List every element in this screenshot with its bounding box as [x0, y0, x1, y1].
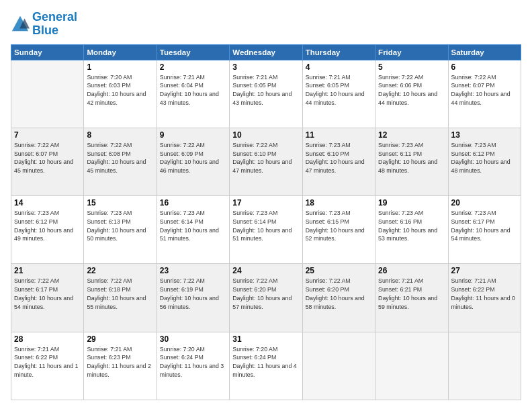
day-info: Sunrise: 7:23 AMSunset: 6:11 PMDaylight:… [378, 141, 445, 175]
week-row-3: 14Sunrise: 7:23 AMSunset: 6:12 PMDayligh… [11, 196, 521, 264]
calendar-cell: 20Sunrise: 7:23 AMSunset: 6:17 PMDayligh… [448, 196, 521, 264]
calendar-cell [448, 332, 521, 400]
day-number: 18 [306, 198, 372, 208]
calendar-cell: 31Sunrise: 7:20 AMSunset: 6:24 PMDayligh… [230, 332, 302, 400]
day-info: Sunrise: 7:23 AMSunset: 6:12 PMDaylight:… [14, 209, 81, 243]
day-info: Sunrise: 7:21 AMSunset: 6:23 PMDaylight:… [87, 345, 153, 379]
day-info: Sunrise: 7:20 AMSunset: 6:24 PMDaylight:… [160, 345, 226, 379]
day-number: 3 [232, 62, 299, 72]
day-info: Sunrise: 7:23 AMSunset: 6:17 PMDaylight:… [451, 209, 518, 243]
calendar-cell: 27Sunrise: 7:21 AMSunset: 6:22 PMDayligh… [448, 264, 521, 332]
calendar-cell: 6Sunrise: 7:22 AMSunset: 6:07 PMDaylight… [448, 60, 521, 128]
weekday-header-thursday: Thursday [302, 44, 375, 60]
calendar-cell: 7Sunrise: 7:22 AMSunset: 6:07 PMDaylight… [11, 128, 84, 195]
calendar-cell: 15Sunrise: 7:23 AMSunset: 6:13 PMDayligh… [84, 196, 157, 264]
calendar-cell: 9Sunrise: 7:22 AMSunset: 6:09 PMDaylight… [157, 128, 229, 195]
day-number: 1 [87, 62, 153, 72]
calendar-cell: 28Sunrise: 7:21 AMSunset: 6:22 PMDayligh… [11, 332, 84, 400]
day-info: Sunrise: 7:21 AMSunset: 6:22 PMDaylight:… [451, 277, 518, 311]
logo: General Blue [11, 11, 77, 38]
calendar-cell: 16Sunrise: 7:23 AMSunset: 6:14 PMDayligh… [157, 196, 229, 264]
week-row-1: 1Sunrise: 7:20 AMSunset: 6:03 PMDaylight… [11, 60, 521, 128]
header: General Blue [11, 11, 521, 38]
weekday-header-row: SundayMondayTuesdayWednesdayThursdayFrid… [11, 44, 521, 60]
day-info: Sunrise: 7:23 AMSunset: 6:15 PMDaylight:… [306, 209, 372, 243]
weekday-header-monday: Monday [84, 44, 157, 60]
calendar-cell: 8Sunrise: 7:22 AMSunset: 6:08 PMDaylight… [84, 128, 157, 195]
calendar-cell: 12Sunrise: 7:23 AMSunset: 6:11 PMDayligh… [375, 128, 448, 195]
day-number: 5 [378, 62, 445, 72]
day-number: 28 [14, 334, 81, 344]
day-number: 27 [451, 266, 518, 275]
calendar-cell: 30Sunrise: 7:20 AMSunset: 6:24 PMDayligh… [157, 332, 229, 400]
day-info: Sunrise: 7:23 AMSunset: 6:14 PMDaylight:… [232, 209, 299, 243]
day-info: Sunrise: 7:23 AMSunset: 6:10 PMDaylight:… [306, 141, 372, 175]
weekday-header-friday: Friday [375, 44, 448, 60]
calendar-cell: 24Sunrise: 7:22 AMSunset: 6:20 PMDayligh… [230, 264, 302, 332]
calendar-cell: 23Sunrise: 7:22 AMSunset: 6:19 PMDayligh… [157, 264, 229, 332]
day-info: Sunrise: 7:22 AMSunset: 6:20 PMDaylight:… [306, 277, 372, 311]
calendar-table: SundayMondayTuesdayWednesdayThursdayFrid… [11, 44, 521, 400]
day-number: 29 [87, 334, 153, 344]
calendar-cell: 22Sunrise: 7:22 AMSunset: 6:18 PMDayligh… [84, 264, 157, 332]
week-row-5: 28Sunrise: 7:21 AMSunset: 6:22 PMDayligh… [11, 332, 521, 400]
calendar-cell: 11Sunrise: 7:23 AMSunset: 6:10 PMDayligh… [302, 128, 375, 195]
day-info: Sunrise: 7:23 AMSunset: 6:12 PMDaylight:… [451, 141, 518, 175]
day-number: 13 [451, 130, 518, 140]
weekday-header-wednesday: Wednesday [230, 44, 302, 60]
calendar-cell: 29Sunrise: 7:21 AMSunset: 6:23 PMDayligh… [84, 332, 157, 400]
day-info: Sunrise: 7:22 AMSunset: 6:17 PMDaylight:… [14, 277, 81, 311]
day-info: Sunrise: 7:22 AMSunset: 6:08 PMDaylight:… [87, 141, 153, 175]
calendar-cell: 19Sunrise: 7:23 AMSunset: 6:16 PMDayligh… [375, 196, 448, 264]
day-info: Sunrise: 7:21 AMSunset: 6:22 PMDaylight:… [14, 345, 81, 379]
day-info: Sunrise: 7:22 AMSunset: 6:06 PMDaylight:… [378, 73, 445, 107]
day-number: 31 [232, 334, 299, 344]
day-info: Sunrise: 7:23 AMSunset: 6:14 PMDaylight:… [160, 209, 226, 243]
day-number: 16 [160, 198, 226, 208]
day-number: 15 [87, 198, 153, 208]
day-number: 24 [232, 266, 299, 275]
day-number: 2 [160, 62, 226, 72]
day-info: Sunrise: 7:22 AMSunset: 6:10 PMDaylight:… [232, 141, 299, 175]
logo-icon [11, 15, 30, 34]
calendar-cell: 14Sunrise: 7:23 AMSunset: 6:12 PMDayligh… [11, 196, 84, 264]
calendar-cell: 13Sunrise: 7:23 AMSunset: 6:12 PMDayligh… [448, 128, 521, 195]
day-info: Sunrise: 7:23 AMSunset: 6:13 PMDaylight:… [87, 209, 153, 243]
day-number: 8 [87, 130, 153, 140]
day-info: Sunrise: 7:22 AMSunset: 6:07 PMDaylight:… [451, 73, 518, 107]
calendar-cell [11, 60, 84, 128]
weekday-header-sunday: Sunday [11, 44, 84, 60]
day-number: 23 [160, 266, 226, 275]
calendar-cell: 17Sunrise: 7:23 AMSunset: 6:14 PMDayligh… [230, 196, 302, 264]
calendar-cell: 1Sunrise: 7:20 AMSunset: 6:03 PMDaylight… [84, 60, 157, 128]
day-info: Sunrise: 7:22 AMSunset: 6:09 PMDaylight:… [160, 141, 226, 175]
day-number: 22 [87, 266, 153, 275]
day-info: Sunrise: 7:22 AMSunset: 6:20 PMDaylight:… [232, 277, 299, 311]
day-number: 9 [160, 130, 226, 140]
calendar-cell: 3Sunrise: 7:21 AMSunset: 6:05 PMDaylight… [230, 60, 302, 128]
day-info: Sunrise: 7:22 AMSunset: 6:18 PMDaylight:… [87, 277, 153, 311]
day-info: Sunrise: 7:21 AMSunset: 6:04 PMDaylight:… [160, 73, 226, 107]
calendar-cell [375, 332, 448, 400]
logo-text: General Blue [32, 11, 77, 38]
day-number: 14 [14, 198, 81, 208]
calendar-cell: 5Sunrise: 7:22 AMSunset: 6:06 PMDaylight… [375, 60, 448, 128]
calendar-cell: 18Sunrise: 7:23 AMSunset: 6:15 PMDayligh… [302, 196, 375, 264]
day-number: 19 [378, 198, 445, 208]
calendar-cell: 21Sunrise: 7:22 AMSunset: 6:17 PMDayligh… [11, 264, 84, 332]
day-number: 30 [160, 334, 226, 344]
day-number: 10 [232, 130, 299, 140]
day-info: Sunrise: 7:20 AMSunset: 6:03 PMDaylight:… [87, 73, 153, 107]
day-info: Sunrise: 7:23 AMSunset: 6:16 PMDaylight:… [378, 209, 445, 243]
day-number: 6 [451, 62, 518, 72]
day-info: Sunrise: 7:21 AMSunset: 6:05 PMDaylight:… [306, 73, 372, 107]
day-number: 12 [378, 130, 445, 140]
weekday-header-tuesday: Tuesday [157, 44, 229, 60]
weekday-header-saturday: Saturday [448, 44, 521, 60]
week-row-4: 21Sunrise: 7:22 AMSunset: 6:17 PMDayligh… [11, 264, 521, 332]
day-number: 26 [378, 266, 445, 275]
day-info: Sunrise: 7:22 AMSunset: 6:19 PMDaylight:… [160, 277, 226, 311]
day-number: 17 [232, 198, 299, 208]
day-number: 11 [306, 130, 372, 140]
calendar-cell: 10Sunrise: 7:22 AMSunset: 6:10 PMDayligh… [230, 128, 302, 195]
